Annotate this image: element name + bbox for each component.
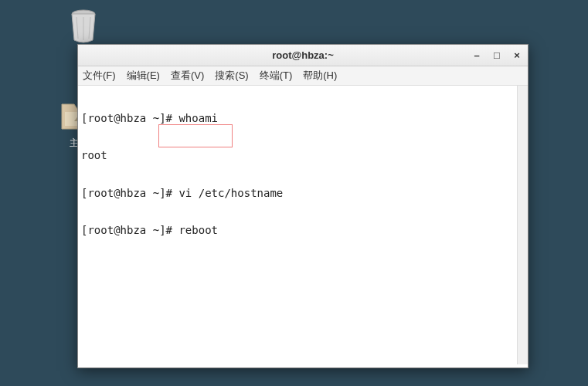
menubar: 文件(F) 编辑(E) 查看(V) 搜索(S) 终端(T) 帮助(H) — [78, 66, 528, 86]
menu-help[interactable]: 帮助(H) — [303, 69, 337, 83]
maximize-button[interactable]: □ — [491, 49, 503, 62]
scrollbar[interactable] — [517, 86, 528, 364]
menu-edit[interactable]: 编辑(E) — [127, 69, 160, 83]
terminal-line: [root@hbza ~]# reboot — [81, 224, 525, 236]
trash-icon — [65, 8, 102, 45]
menu-terminal[interactable]: 终端(T) — [260, 69, 293, 83]
titlebar[interactable]: root@hbza:~ – □ × — [78, 45, 528, 66]
annotation-highlight-box — [158, 124, 233, 147]
terminal-window: root@hbza:~ – □ × 文件(F) 编辑(E) 查看(V) 搜索(S… — [77, 44, 529, 368]
terminal-line: root — [81, 149, 525, 161]
terminal-line: [root@hbza ~]# vi /etc/hostname — [81, 187, 525, 199]
menu-search[interactable]: 搜索(S) — [215, 69, 248, 83]
terminal-line: [root@hbza ~]# whoami — [81, 112, 525, 124]
menu-file[interactable]: 文件(F) — [83, 69, 116, 83]
window-title: root@hbza:~ — [78, 49, 528, 61]
minimize-button[interactable]: – — [471, 49, 483, 62]
menu-view[interactable]: 查看(V) — [171, 69, 204, 83]
terminal-body[interactable]: [root@hbza ~]# whoami root [root@hbza ~]… — [78, 86, 528, 367]
close-button[interactable]: × — [511, 49, 523, 62]
